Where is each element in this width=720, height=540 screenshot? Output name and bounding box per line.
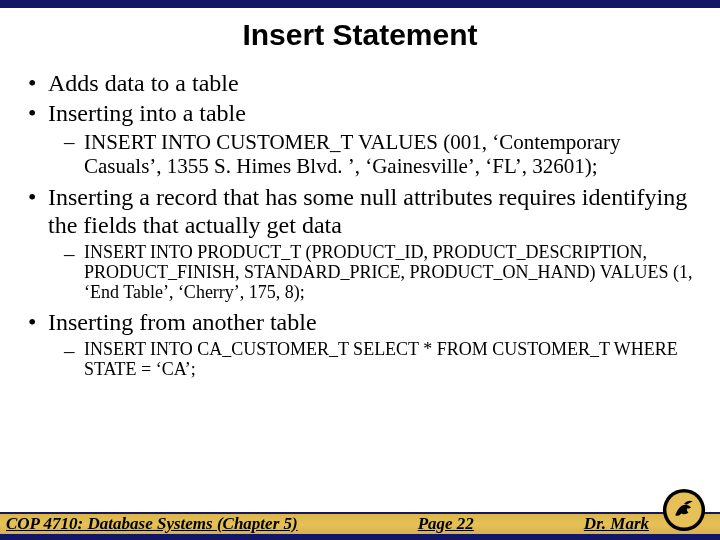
slide-body: Adds data to a table Inserting into a ta… [0, 70, 720, 380]
sub-bullet-list: INSERT INTO CUSTOMER_T VALUES (001, ‘Con… [48, 131, 702, 178]
bullet-item: Inserting a record that has some null at… [18, 184, 702, 303]
footer-course: COP 4710: Database Systems (Chapter 5) [6, 514, 298, 534]
bullet-text: Inserting a record that has some null at… [48, 184, 687, 238]
top-border-bar [0, 0, 720, 8]
ucf-pegasus-logo-icon [662, 488, 706, 532]
bullet-item: Inserting into a table INSERT INTO CUSTO… [18, 100, 702, 179]
footer-navy-bar [0, 534, 720, 540]
bullet-item: Inserting from another table INSERT INTO… [18, 309, 702, 380]
sub-bullet-item: INSERT INTO CA_CUSTOMER_T SELECT * FROM … [48, 340, 702, 380]
sub-bullet-list: INSERT INTO PRODUCT_T (PRODUCT_ID, PRODU… [48, 243, 702, 302]
sub-bullet-item: INSERT INTO PRODUCT_T (PRODUCT_ID, PRODU… [48, 243, 702, 302]
bullet-item: Adds data to a table [18, 70, 702, 98]
sub-bullet-list: INSERT INTO CA_CUSTOMER_T SELECT * FROM … [48, 340, 702, 380]
footer-page: Page 22 [418, 514, 474, 534]
slide-title: Insert Statement [0, 18, 720, 52]
sub-bullet-item: INSERT INTO CUSTOMER_T VALUES (001, ‘Con… [48, 131, 702, 178]
bullet-list: Adds data to a table Inserting into a ta… [18, 70, 702, 380]
footer: COP 4710: Database Systems (Chapter 5) P… [0, 500, 720, 540]
bullet-text: Inserting into a table [48, 100, 246, 126]
footer-text: COP 4710: Database Systems (Chapter 5) P… [0, 514, 720, 534]
bullet-text: Inserting from another table [48, 309, 317, 335]
footer-author: Dr. Mark [584, 514, 649, 534]
